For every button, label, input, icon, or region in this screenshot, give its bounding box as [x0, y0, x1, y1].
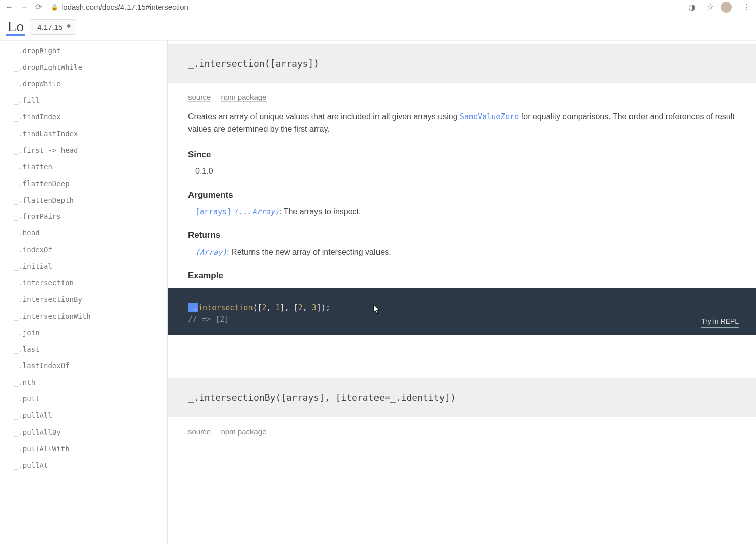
sidebar-item-dropright[interactable]: _.dropRight [0, 43, 167, 59]
sidebar-item-intersection[interactable]: _.intersection [0, 275, 167, 291]
version-select[interactable]: 4.17.15 [30, 19, 76, 35]
sidebar-item-nth[interactable]: _.nth [0, 374, 167, 391]
sidebar-item-intersectionby[interactable]: _.intersectionBy [0, 291, 167, 308]
doc-links: source npm package [188, 93, 736, 102]
sidebar-item-flatten[interactable]: _.flatten [0, 159, 167, 175]
next-npm-link[interactable]: npm package [221, 427, 266, 436]
since-heading: Since [188, 150, 736, 160]
function-signature: _.intersection([arrays]) [168, 44, 756, 83]
argument-item: [arrays] (...Array): The arrays to inspe… [195, 207, 736, 216]
returns-heading: Returns [188, 230, 736, 240]
sidebar-item-indexof[interactable]: _.indexOf [0, 241, 167, 258]
forward-icon[interactable]: → [20, 3, 28, 12]
sidebar-item-flattendepth[interactable]: _.flattenDepth [0, 192, 167, 209]
example-heading: Example [188, 271, 736, 281]
main-content: _.intersection([arrays]) source npm pack… [168, 41, 756, 545]
sidebar-item-pullallwith[interactable]: _.pullAllWith [0, 441, 167, 457]
sidebar-item-intersectionwith[interactable]: _.intersectionWith [0, 308, 167, 325]
sidebar-item-first-head[interactable]: _.first -> head [0, 142, 167, 159]
source-link[interactable]: source [188, 93, 211, 102]
sidebar-item-initial[interactable]: _.initial [0, 258, 167, 275]
sidebar-item-frompairs[interactable]: _.fromPairs [0, 208, 167, 225]
description: Creates an array of unique values that a… [188, 111, 736, 136]
try-repl-button[interactable]: Try in REPL [701, 316, 739, 328]
sidebar-item-pullat[interactable]: _.pullAt [0, 457, 167, 474]
url-bar[interactable]: 🔒 lodash.com/docs/4.17.15#intersection [51, 3, 188, 11]
sidebar-item-pull[interactable]: _.pull [0, 391, 167, 407]
kebab-menu-icon[interactable]: ⋮ [743, 2, 751, 12]
next-function-signature: _.intersectionBy([arrays], [iteratee=_.i… [168, 378, 756, 417]
sidebar-item-last[interactable]: _.last [0, 341, 167, 358]
browser-bar: ← → ⟳ 🔒 lodash.com/docs/4.17.15#intersec… [0, 0, 756, 14]
sidebar-item-pullallby[interactable]: _.pullAllBy [0, 424, 167, 441]
npm-link[interactable]: npm package [221, 93, 266, 102]
next-source-link[interactable]: source [188, 427, 211, 436]
sidebar[interactable]: _.dropRight_.dropRightWhile_.dropWhile_.… [0, 41, 168, 545]
code-selection: _. [188, 303, 198, 312]
next-doc-links: source npm package [188, 427, 736, 436]
star-icon[interactable]: ☆ [707, 2, 714, 12]
code-example: _.intersection([2, 1], [2, 3]); // => [2… [168, 288, 756, 335]
sidebar-item-dropwhile[interactable]: _.dropWhile [0, 76, 167, 92]
sidebar-item-lastindexof[interactable]: _.lastIndexOf [0, 357, 167, 374]
samevaluezero-link[interactable]: SameValueZero [460, 112, 519, 122]
sidebar-item-pullall[interactable]: _.pullAll [0, 407, 167, 424]
since-value: 0.1.0 [195, 167, 736, 176]
avatar[interactable] [721, 2, 732, 13]
return-item: (Array): Returns the new array of inters… [195, 248, 736, 257]
sidebar-item-head[interactable]: _.head [0, 225, 167, 241]
lock-icon: 🔒 [51, 4, 58, 11]
sidebar-item-findindex[interactable]: _.findIndex [0, 109, 167, 126]
sidebar-item-flattendeep[interactable]: _.flattenDeep [0, 175, 167, 192]
back-icon[interactable]: ← [5, 3, 13, 12]
reload-icon[interactable]: ⟳ [35, 2, 42, 12]
arguments-heading: Arguments [188, 190, 736, 200]
logo[interactable]: Lo [6, 18, 25, 36]
sidebar-item-fill[interactable]: _.fill [0, 92, 167, 109]
sidebar-item-join[interactable]: _.join [0, 325, 167, 341]
sidebar-item-droprightwhile[interactable]: _.dropRightWhile [0, 59, 167, 76]
version-value: 4.17.15 [37, 23, 62, 31]
info-icon[interactable]: ◑ [688, 2, 696, 12]
sidebar-item-findlastindex[interactable]: _.findLastIndex [0, 126, 167, 142]
url-text: lodash.com/docs/4.17.15#intersection [61, 3, 188, 11]
app-header: Lo 4.17.15 [0, 14, 756, 41]
